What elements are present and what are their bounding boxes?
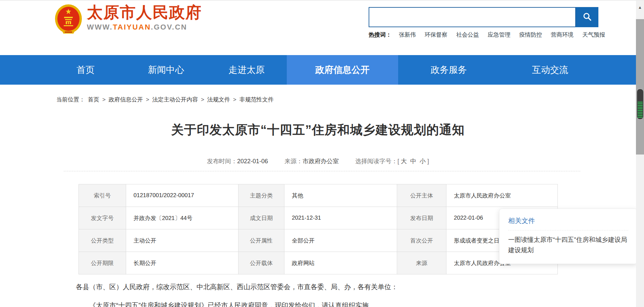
site-title-block: 太原市人民政府 WWW.TAIYUAN.GOV.CN [87, 4, 202, 32]
breadcrumb-separator: > [201, 96, 204, 103]
breadcrumb-label: 当前位置： [56, 96, 85, 103]
info-value-cell: 政府网站 [284, 252, 397, 274]
scrollbar-thumb-grip [638, 102, 643, 118]
breadcrumb-link-gov-info[interactable]: 政府信息公开 [109, 96, 143, 103]
nav-item-home[interactable]: 首页 [45, 55, 126, 85]
breadcrumb-separator: > [233, 96, 236, 103]
info-label-cell: 首次公开 [397, 229, 446, 252]
page: 太原市人民政府 WWW.TAIYUAN.GOV.CN 热搜词： [0, 0, 644, 307]
article-meta: 发布时间：2022-01-06 来源：市政府办公室 选择阅读字号：[大中小] [0, 157, 636, 165]
hot-keyword-link[interactable]: 环保督察 [425, 31, 447, 39]
info-value-cell: 主动公开 [126, 229, 238, 252]
hot-keyword-link[interactable]: 张新伟 [399, 31, 416, 39]
document-info-table: 索引号 012187001/2022-00017 主题分类 其他 公开主体 太原… [78, 184, 558, 274]
nav-item-gov-info-disclosure[interactable]: 政府信息公开 [287, 55, 398, 85]
site-logo[interactable]: 太原市人民政府 WWW.TAIYUAN.GOV.CN [55, 4, 202, 36]
info-value-cell: 012187001/2022-00017 [126, 184, 238, 207]
scroll-up-button[interactable]: ▲ [636, 1, 644, 14]
hot-keyword-link[interactable]: 营商环境 [551, 31, 574, 39]
info-label-cell: 主题分类 [238, 184, 284, 207]
table-row: 公开类型 主动公开 公开属性 全部公开 首次公开 形成或者变更之日 [79, 229, 558, 252]
nav-item-gov-services[interactable]: 政务服务 [398, 55, 499, 85]
bracket-close: ] [427, 158, 429, 165]
font-size-large[interactable]: 大 [401, 158, 407, 165]
publish-time: 发布时间：2022-01-06 [207, 158, 268, 165]
hot-keyword-link[interactable]: 社会公益 [456, 31, 479, 39]
search-input[interactable] [369, 7, 576, 27]
info-label-cell: 发布日期 [397, 207, 446, 229]
page-scrollbar[interactable]: ▲ [636, 1, 644, 307]
nav-item-about-taiyuan[interactable]: 走进太原 [206, 55, 287, 85]
breadcrumb-link-home[interactable]: 首页 [88, 96, 99, 103]
info-label-cell: 成文日期 [238, 207, 284, 229]
meta-divider [64, 171, 580, 171]
site-url: WWW.TAIYUAN.GOV.CN [87, 23, 202, 32]
site-header: 太原市人民政府 WWW.TAIYUAN.GOV.CN 热搜词： [0, 1, 636, 55]
info-label-cell: 发文字号 [79, 207, 126, 229]
article-source: 来源：市政府办公室 [284, 158, 339, 165]
hot-search-label: 热搜词： [369, 31, 391, 39]
hot-keyword-link[interactable]: 疫情防控 [519, 31, 542, 39]
search-area: 热搜词： 张新伟 环保督察 社会公益 应急管理 疫情防控 营商环境 天气预报 [369, 7, 614, 39]
related-file-link[interactable]: 一图读懂太原市“十四五”住房和城乡建设局建设规划 [508, 234, 628, 256]
font-size-selector: 选择阅读字号：[大中小] [355, 158, 429, 165]
table-row: 发文字号 并政办发〔2021〕44号 成文日期 2021-12-31 发布日期 … [79, 207, 558, 229]
table-row: 索引号 012187001/2022-00017 主题分类 其他 公开主体 太原… [79, 184, 558, 207]
info-label-cell: 公开类型 [79, 229, 126, 252]
hot-search-row: 热搜词： 张新伟 环保督察 社会公益 应急管理 疫情防控 营商环境 天气预报 [369, 31, 614, 39]
breadcrumb-link-regulations[interactable]: 法规文件 [207, 96, 230, 103]
info-value-cell: 长期公开 [126, 252, 238, 274]
site-url-prefix: WWW. [87, 23, 113, 31]
scrollbar-thumb[interactable] [637, 89, 644, 120]
main-nav: 首页 新闻中心 走进太原 政府信息公开 政务服务 互动交流 [0, 55, 636, 85]
hot-keyword-link[interactable]: 天气预报 [582, 31, 605, 39]
breadcrumb-separator: > [146, 96, 149, 103]
info-label-cell: 公开期限 [79, 252, 126, 274]
page-title: 关于印发太原市“十四五”住房和城乡建设规划的通知 [0, 122, 636, 138]
related-panel-divider [508, 230, 628, 230]
nav-item-interaction[interactable]: 互动交流 [499, 55, 601, 85]
hot-keyword-link[interactable]: 应急管理 [488, 31, 511, 39]
breadcrumb-separator: > [102, 96, 106, 103]
search-button[interactable] [576, 7, 598, 27]
site-name: 太原市人民政府 [87, 4, 202, 21]
info-label-cell: 索引号 [79, 184, 126, 207]
search-bar [369, 7, 614, 27]
scrollbar-track[interactable] [636, 19, 644, 155]
info-label-cell: 公开载体 [238, 252, 284, 274]
info-label-cell: 公开主体 [397, 184, 446, 207]
info-value-cell: 并政办发〔2021〕44号 [126, 207, 238, 229]
info-label-cell: 来源 [397, 252, 446, 274]
bracket-open: [ [397, 158, 399, 165]
font-size-medium[interactable]: 中 [410, 158, 416, 165]
info-label-cell: 公开属性 [238, 229, 284, 252]
breadcrumb-link-non-normative[interactable]: 非规范性文件 [239, 96, 274, 103]
nav-item-news[interactable]: 新闻中心 [126, 55, 206, 85]
breadcrumb-link-statutory-content[interactable]: 法定主动公开内容 [152, 96, 198, 103]
table-row: 公开期限 长期公开 公开载体 政府网站 来源 太原市人民政府办公室 [79, 252, 558, 274]
info-value-cell: 其他 [284, 184, 397, 207]
font-size-small[interactable]: 小 [420, 158, 426, 165]
national-emblem-icon [55, 4, 82, 36]
body-paragraph: 《太原市“十四五”住房和城乡建设规划》已经市人民政府同意，现印发给你们，请认真组… [76, 301, 552, 307]
site-url-highlight: TAIYUAN [113, 23, 151, 31]
info-value-cell: 太原市人民政府办公室 [446, 184, 558, 207]
related-files-panel: 相关文件 一图读懂太原市“十四五”住房和城乡建设局建设规划 [499, 209, 637, 264]
related-panel-title: 相关文件 [508, 216, 628, 225]
info-value-cell: 全部公开 [284, 229, 397, 252]
search-icon [582, 12, 592, 23]
up-arrow-icon: ▲ [638, 5, 642, 10]
breadcrumb: 当前位置： 首页 > 政府信息公开 > 法定主动公开内容 > 法规文件 > 非规… [56, 96, 274, 103]
site-url-suffix: .GOV.CN [151, 23, 187, 31]
body-paragraph: 各县（市、区）人民政府，综改示范区、中北高新区、西山示范区管委会，市直各委、局、… [76, 282, 552, 292]
info-value-cell: 2021-12-31 [284, 207, 397, 229]
